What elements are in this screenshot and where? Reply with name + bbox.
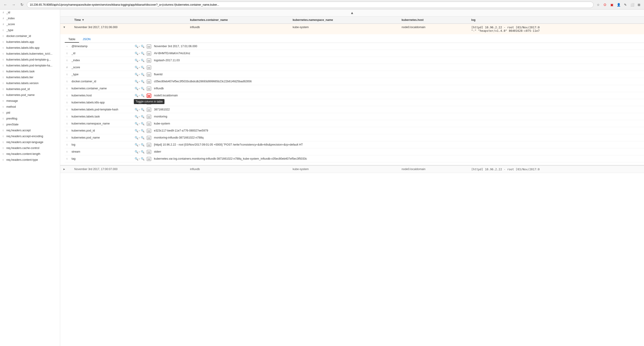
filter-negative-icon[interactable]: 🔍-: [141, 44, 145, 48]
sidebar-item-prevState[interactable]: tprevState: [0, 122, 60, 127]
filter-negative-icon[interactable]: 🔍-: [141, 65, 145, 70]
filter-positive-icon[interactable]: 🔍+: [135, 65, 140, 70]
toggle-column-button[interactable]: ▮▮: [147, 58, 151, 63]
filter-negative-icon[interactable]: 🔍-: [141, 157, 145, 161]
toggle-column-button[interactable]: ▮▮: [147, 115, 151, 119]
container-name-col-header[interactable]: kubernetes.container_name: [187, 16, 290, 23]
sidebar-item-req-headers-accept-encoding[interactable]: treq.headers.accept-encoding: [0, 133, 60, 139]
sidebar-item-kubernetes-labels-pod-template-ha---[interactable]: tkubernetes.labels.pod-template-ha...: [0, 63, 60, 68]
filter-negative-icon[interactable]: 🔍-: [141, 107, 145, 112]
bookmark-icon[interactable]: ☆: [596, 2, 601, 7]
filter-negative-icon[interactable]: 🔍-: [141, 142, 145, 147]
filter-positive-icon[interactable]: 🔍+: [135, 142, 140, 147]
filter-negative-icon[interactable]: 🔍-: [141, 135, 145, 140]
sidebar-item-req-headers-accept-language[interactable]: treq.headers.accept-language: [0, 139, 60, 145]
sidebar-item-method[interactable]: tmethod: [0, 104, 60, 110]
filter-negative-icon[interactable]: 🔍-: [141, 114, 145, 119]
opera-icon[interactable]: O: [602, 2, 608, 7]
toggle-column-button[interactable]: ▮▮: [147, 108, 151, 112]
sidebar-item-kubernetes-pod-id[interactable]: tkubernetes.pod_id: [0, 86, 60, 92]
log-col-header[interactable]: log: [468, 16, 644, 23]
sidebar-item-docker-container-id[interactable]: tdocker.container_id: [0, 33, 60, 39]
sidebar-item-kubernetes-labels-k8s-app[interactable]: tkubernetes.labels.k8s-app: [0, 45, 60, 51]
collapse-button[interactable]: ▲: [350, 11, 354, 15]
sidebar-item-req-headers-content-type[interactable]: treq.headers.content-type: [0, 157, 60, 163]
filter-positive-icon[interactable]: 🔍+: [135, 150, 140, 154]
filter-positive-icon[interactable]: 🔍+: [135, 72, 140, 77]
filter-positive-icon[interactable]: 🔍+: [135, 93, 140, 98]
ext-icon1[interactable]: ▣: [609, 2, 614, 7]
filter-positive-icon[interactable]: 🔍+: [135, 107, 140, 112]
sidebar-item-req-headers-content-length[interactable]: treq.headers.content-length: [0, 151, 60, 157]
namespace-col-header[interactable]: kubernetes.namespace_name: [290, 16, 399, 23]
toggle-column-button[interactable]: ▮▮: [147, 44, 151, 48]
filter-positive-icon[interactable]: 🔍+: [135, 157, 140, 161]
ext-icon3[interactable]: ✎: [623, 2, 628, 7]
url-bar[interactable]: [27, 1, 594, 8]
filter-positive-icon[interactable]: 🔍+: [135, 121, 140, 126]
filter-negative-icon[interactable]: 🔍-: [141, 128, 145, 133]
tab-json[interactable]: JSON: [79, 36, 94, 43]
toggle-column-button[interactable]: ▮▮: [147, 129, 151, 133]
filter-positive-icon[interactable]: 🔍+: [135, 51, 140, 56]
sidebar-item-kubernetes-pod-name[interactable]: tkubernetes.pod_name: [0, 92, 60, 98]
filter-negative-icon[interactable]: 🔍-: [141, 121, 145, 126]
refresh-button[interactable]: ↻: [18, 1, 25, 8]
sidebar-item-req-headers-cache-control[interactable]: treq.headers.cache-control: [0, 145, 60, 151]
host-col-header[interactable]: kubernetes.host: [399, 16, 469, 23]
toggle-column-button[interactable]: ▮▮: [147, 94, 151, 98]
sidebar-item--type[interactable]: t_type: [0, 27, 60, 33]
ext-icon2[interactable]: 👤: [616, 2, 621, 7]
sidebar-item-kubernetes-labels-task[interactable]: tkubernetes.labels.task: [0, 68, 60, 74]
filter-positive-icon[interactable]: 🔍+: [135, 44, 140, 48]
filter-positive-icon[interactable]: 🔍+: [135, 58, 140, 63]
expand-arrow[interactable]: ►: [63, 168, 66, 171]
filter-negative-icon[interactable]: 🔍-: [141, 58, 145, 63]
sidebar-item-prevMsg[interactable]: tprevMsg: [0, 116, 60, 122]
sidebar-item-kubernetes-labels-version[interactable]: tkubernetes.labels.version: [0, 80, 60, 86]
filter-negative-icon[interactable]: 🔍-: [141, 93, 145, 98]
field-type-icon: t: [65, 148, 72, 155]
toggle-column-button[interactable]: ▮▮: [147, 157, 151, 161]
ext-icon5[interactable]: ⊞: [636, 2, 642, 7]
filter-positive-icon[interactable]: 🔍+: [135, 135, 140, 140]
time-col-header[interactable]: Time ▼: [72, 16, 187, 23]
detail-table-row: t kubernetes.container_name 🔍+ 🔍- ▮▮ inf…: [65, 85, 644, 92]
toggle-column-button[interactable]: ▮▮: [147, 136, 151, 140]
filter-negative-icon[interactable]: 🔍-: [141, 150, 145, 154]
sidebar-item-label: kubernetes.pod_id: [6, 88, 30, 91]
filter-negative-icon[interactable]: 🔍-: [141, 51, 145, 56]
toggle-column-button[interactable]: ▮▮: [147, 143, 151, 147]
sidebar-item--score[interactable]: #_score: [0, 21, 60, 27]
sidebar-item--index[interactable]: #_index: [0, 15, 60, 21]
sidebar-item-kubernetes-labels-pod-template-g---[interactable]: tkubernetes.labels.pod-template-g...: [0, 57, 60, 63]
sidebar-item-label: _id: [6, 11, 10, 14]
toggle-column-button[interactable]: ▮▮: [147, 73, 151, 77]
toggle-column-button[interactable]: ▮▮: [147, 80, 151, 84]
sidebar-item-pid[interactable]: tpid: [0, 110, 60, 116]
back-button[interactable]: ←: [2, 1, 9, 8]
sidebar-item-message[interactable]: tmessage: [0, 98, 60, 104]
expand-arrow[interactable]: ▼: [63, 26, 66, 29]
toggle-column-button[interactable]: ▮▮: [147, 87, 151, 91]
filter-positive-icon[interactable]: 🔍+: [135, 86, 140, 91]
sidebar-item-kubernetes-labels-app[interactable]: tkubernetes.labels.app: [0, 39, 60, 45]
ext-icon4[interactable]: ⬜: [630, 2, 635, 7]
field-type-icon: t: [65, 92, 72, 99]
filter-positive-icon[interactable]: 🔍+: [135, 128, 140, 133]
sidebar-item--id[interactable]: #_id: [0, 9, 60, 15]
tab-table[interactable]: Table: [65, 36, 79, 43]
toggle-column-button[interactable]: ▮▮: [147, 122, 151, 126]
toggle-column-button[interactable]: ▮▮: [147, 150, 151, 154]
filter-negative-icon[interactable]: 🔍-: [141, 86, 145, 91]
sidebar-item-req-headers-accept[interactable]: treq.headers.accept: [0, 127, 60, 133]
filter-negative-icon[interactable]: 🔍-: [141, 79, 145, 84]
toggle-column-button[interactable]: ▮▮: [147, 51, 151, 56]
sidebar-item-kubernetes-labels-kubernetes-io-cl---[interactable]: tkubernetes.labels.kubernetes_io/cl...: [0, 51, 60, 57]
forward-button[interactable]: →: [10, 1, 17, 8]
toggle-column-button[interactable]: ▮▮: [147, 65, 151, 70]
filter-positive-icon[interactable]: 🔍+: [135, 79, 140, 84]
filter-positive-icon[interactable]: 🔍+: [135, 114, 140, 119]
sidebar-item-kubernetes-labels-tier[interactable]: tkubernetes.labels.tier: [0, 74, 60, 80]
filter-negative-icon[interactable]: 🔍-: [141, 72, 145, 77]
